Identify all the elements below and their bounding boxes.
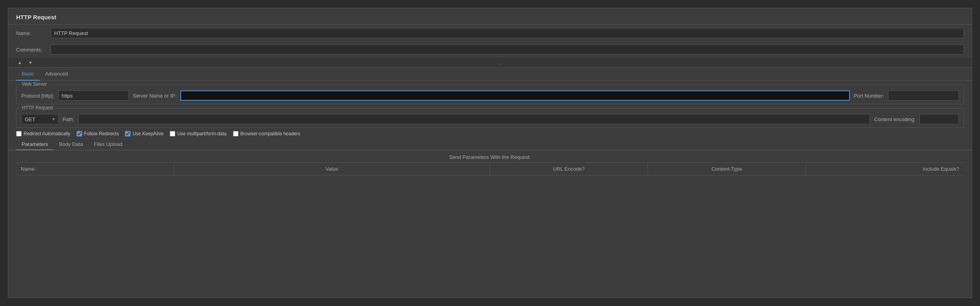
method-select-wrapper[interactable]: GET POST PUT DELETE PATCH HEAD OPTIONS ▼ xyxy=(21,114,59,124)
divider-row: ▲ ▼ ... xyxy=(8,58,972,68)
http-request-group: HTTP Request GET POST PUT DELETE PATCH H… xyxy=(16,108,964,128)
name-input[interactable] xyxy=(51,28,964,38)
http-request-section-label: HTTP Request xyxy=(20,105,55,111)
sub-tab-body-data[interactable]: Body Data xyxy=(53,139,88,150)
path-label: Path: xyxy=(62,116,74,122)
panel-title: HTTP Request xyxy=(8,8,972,25)
follow-redirects-label: Follow Redirects xyxy=(84,131,119,136)
sub-tabs: Parameters Body Data Files Upload xyxy=(8,139,972,150)
tab-advanced[interactable]: Advanced xyxy=(40,68,73,81)
path-input[interactable] xyxy=(78,114,870,124)
params-section: Send Parameters With the Request: Name: … xyxy=(16,150,964,175)
main-panel: HTTP Request Name: Comments: ▲ ▼ ... Bas… xyxy=(8,8,972,298)
comments-label: Comments: xyxy=(16,47,48,53)
server-input[interactable] xyxy=(180,90,850,101)
keepalive-checkbox[interactable] xyxy=(125,131,130,136)
keepalive-label: Use KeepAlive xyxy=(132,131,163,136)
collapse-up-button[interactable]: ▲ xyxy=(16,59,24,66)
col-value: Value xyxy=(174,163,490,175)
params-table-header: Name: Value URL Encode? Content-Type Inc… xyxy=(16,162,964,175)
dots-indicator: ... xyxy=(498,60,503,66)
redirect-auto-checkbox[interactable] xyxy=(16,131,22,136)
method-dropdown-arrow: ▼ xyxy=(49,117,58,122)
content-encoding-label: Content encoding: xyxy=(874,116,916,122)
method-row: GET POST PUT DELETE PATCH HEAD OPTIONS ▼… xyxy=(21,114,959,124)
checkbox-redirect-auto[interactable]: Redirect Automatically xyxy=(16,131,70,136)
col-include-equals: Include Equals? xyxy=(806,163,964,175)
redirect-auto-label: Redirect Automatically xyxy=(24,131,70,136)
browser-headers-checkbox[interactable] xyxy=(233,131,239,136)
sub-tab-files-upload[interactable]: Files Upload xyxy=(88,139,128,150)
web-server-row: Protocol [http]: Server Name or IP: Port… xyxy=(21,90,959,101)
col-url-encode: URL Encode? xyxy=(490,163,648,175)
main-tabs: Basic Advanced xyxy=(8,68,972,81)
protocol-label: Protocol [http]: xyxy=(21,93,54,99)
multipart-label: Use multipart/form-data xyxy=(177,131,226,136)
port-input[interactable] xyxy=(888,90,959,101)
port-label: Port Number: xyxy=(854,93,884,99)
params-header: Send Parameters With the Request: xyxy=(16,150,964,162)
checkbox-browser-headers[interactable]: Browser-compatible headers xyxy=(233,131,301,136)
browser-headers-label: Browser-compatible headers xyxy=(240,131,301,136)
protocol-input[interactable] xyxy=(58,90,129,101)
multipart-checkbox[interactable] xyxy=(170,131,175,136)
col-name: Name: xyxy=(16,163,174,175)
checkbox-follow-redirects[interactable]: Follow Redirects xyxy=(77,131,119,136)
comments-row: Comments: xyxy=(8,41,972,58)
name-row: Name: xyxy=(8,25,972,41)
collapse-down-button[interactable]: ▼ xyxy=(27,59,34,66)
name-label: Name: xyxy=(16,30,48,36)
method-select[interactable]: GET POST PUT DELETE PATCH HEAD OPTIONS xyxy=(22,116,49,123)
comments-input[interactable] xyxy=(51,44,964,55)
checkbox-keepalive[interactable]: Use KeepAlive xyxy=(125,131,163,136)
follow-redirects-checkbox[interactable] xyxy=(77,131,82,136)
tab-basic[interactable]: Basic xyxy=(16,68,40,81)
content-encoding-input[interactable] xyxy=(919,114,959,124)
checkboxes-row: Redirect Automatically Follow Redirects … xyxy=(16,131,964,136)
checkbox-multipart[interactable]: Use multipart/form-data xyxy=(170,131,226,136)
web-server-group: Web Server Protocol [http]: Server Name … xyxy=(16,85,964,104)
col-content-type: Content-Type xyxy=(648,163,806,175)
web-server-label: Web Server xyxy=(20,81,48,87)
server-label: Server Name or IP: xyxy=(133,93,176,99)
sub-tab-parameters[interactable]: Parameters xyxy=(16,139,53,150)
